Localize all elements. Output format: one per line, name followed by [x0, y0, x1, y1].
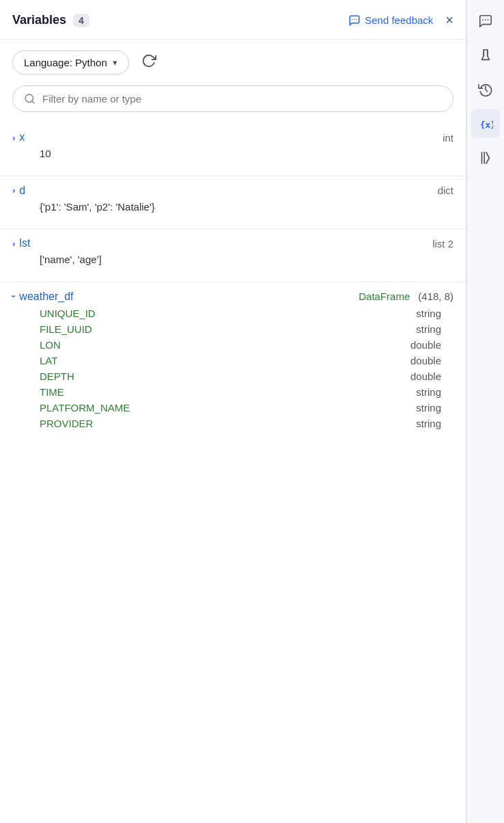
divider-2	[0, 228, 466, 229]
variable-header-x[interactable]: › x int	[12, 131, 453, 144]
right-sidebar: {x}	[466, 0, 504, 823]
divider-3	[0, 282, 466, 282]
svg-point-2	[356, 18, 357, 20]
search-input[interactable]	[42, 93, 442, 105]
variables-panel: Variables 4 Send feedback × Language: Py…	[0, 0, 466, 823]
expand-icon-lst: ›	[12, 239, 15, 249]
expand-icon-weather-df: ›	[9, 295, 19, 297]
variable-dim-weather-df: (418, 8)	[418, 291, 453, 302]
sidebar-history-button[interactable]	[471, 75, 500, 104]
df-col-file-uuid: FILE_UUID string	[12, 321, 453, 337]
svg-point-0	[352, 18, 353, 20]
svg-point-1	[354, 18, 355, 20]
search-box	[12, 85, 453, 112]
language-chevron-icon: ▾	[113, 57, 117, 68]
svg-line-4	[32, 101, 34, 103]
variable-item-d: › d dict {'p1': 'Sam', 'p2': 'Natalie'}	[0, 179, 466, 226]
variable-header-lst[interactable]: › lst list 2	[12, 237, 453, 249]
close-button[interactable]: ×	[445, 12, 453, 28]
variables-icon: {x}	[478, 116, 493, 131]
variable-header-weather-df[interactable]: › weather_df DataFrame (418, 8)	[12, 291, 453, 303]
variable-value-lst: ['name', 'age']	[12, 249, 453, 273]
variable-value-x: 10	[12, 144, 453, 167]
df-col-unique-id: UNIQUE_ID string	[12, 306, 453, 321]
svg-point-7	[488, 19, 489, 21]
variable-type-d: dict	[438, 185, 453, 196]
expand-icon-x: ›	[12, 133, 15, 143]
history-icon	[478, 82, 493, 97]
df-col-lon: LON double	[12, 337, 453, 353]
variable-count-badge: 4	[73, 14, 89, 27]
variable-name-lst: lst	[19, 237, 30, 249]
language-label: Language: Python	[24, 57, 107, 68]
panel-header: Variables 4 Send feedback ×	[0, 0, 466, 40]
send-feedback-button[interactable]: Send feedback	[348, 14, 433, 27]
divider-1	[0, 176, 466, 176]
flask-icon	[478, 48, 493, 63]
sidebar-variables-button[interactable]: {x}	[471, 109, 500, 138]
df-col-depth: DEPTH double	[12, 368, 453, 384]
search-icon	[24, 93, 36, 105]
df-col-time: TIME string	[12, 384, 453, 400]
variable-name-x: x	[19, 131, 25, 144]
send-feedback-label: Send feedback	[365, 14, 433, 26]
sidebar-library-button[interactable]	[471, 144, 500, 172]
variable-value-d: {'p1': 'Sam', 'p2': 'Natalie'}	[12, 197, 453, 221]
search-row	[0, 80, 466, 123]
variable-header-d[interactable]: › d dict	[12, 185, 453, 197]
refresh-button[interactable]	[139, 51, 159, 75]
feedback-icon	[348, 14, 361, 27]
df-col-provider: PROVIDER string	[12, 416, 453, 431]
variable-item-x: › x int 10	[0, 126, 466, 173]
dataframe-columns: UNIQUE_ID string FILE_UUID string LON do…	[12, 306, 453, 431]
expand-icon-d: ›	[12, 185, 15, 195]
svg-point-6	[485, 19, 486, 21]
variable-name-weather-df: weather_df	[19, 291, 73, 303]
variable-type-x: int	[443, 132, 453, 144]
variable-type-weather-df: DataFrame	[359, 291, 410, 302]
variables-list: › x int 10 › d dict {'p1': 'Sam', 'p2': …	[0, 123, 466, 823]
language-selector[interactable]: Language: Python ▾	[12, 51, 129, 75]
svg-point-5	[482, 19, 484, 21]
library-icon	[478, 150, 493, 165]
refresh-icon	[141, 53, 156, 68]
variable-item-lst: › lst list 2 ['name', 'age']	[0, 232, 466, 279]
variable-type-lst: list 2	[432, 238, 453, 249]
variable-name-d: d	[19, 185, 25, 197]
variable-item-weather-df: › weather_df DataFrame (418, 8) UNIQUE_I…	[0, 285, 466, 437]
svg-text:{x}: {x}	[480, 120, 493, 130]
chat-icon	[478, 14, 493, 29]
sidebar-chat-button[interactable]	[471, 7, 500, 36]
panel-title: Variables	[12, 13, 66, 27]
sidebar-lab-button[interactable]	[471, 41, 500, 70]
df-col-platform-name: PLATFORM_NAME string	[12, 400, 453, 416]
controls-row: Language: Python ▾	[0, 40, 466, 80]
df-col-lat: LAT double	[12, 353, 453, 368]
